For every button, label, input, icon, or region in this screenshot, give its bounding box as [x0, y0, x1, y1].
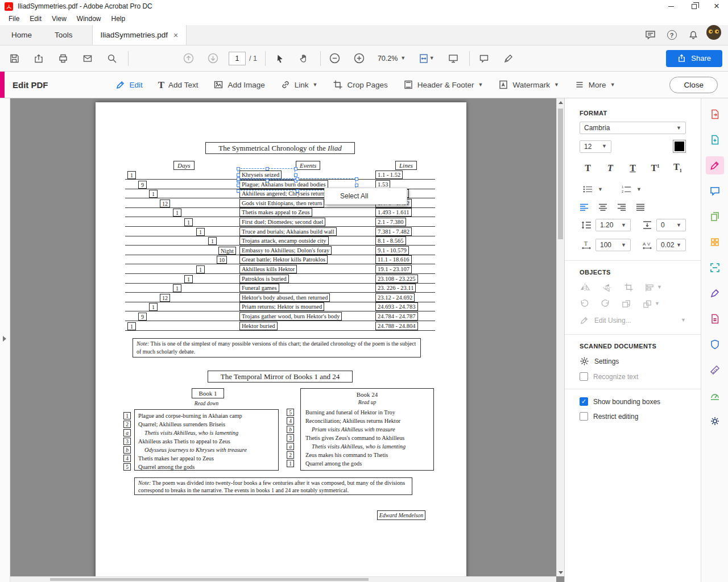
- event-cell[interactable]: Priam returns; Hektor is mourned: [239, 302, 324, 311]
- crop-object-icon[interactable]: [624, 282, 634, 292]
- rotate-left-icon[interactable]: [580, 299, 589, 309]
- redact-icon[interactable]: [706, 310, 724, 328]
- menu-edit[interactable]: Edit: [24, 14, 47, 24]
- previous-page-icon[interactable]: [180, 50, 197, 67]
- book-row[interactable]: 2Quarrel; Akhilleus surrenders Briseis: [135, 420, 278, 429]
- selection-handle[interactable]: [237, 184, 240, 187]
- protect-icon[interactable]: [706, 335, 724, 354]
- event-cell[interactable]: Trojans gather wood, burn Hektor's body: [239, 312, 342, 321]
- restore-button[interactable]: [682, 0, 705, 13]
- replace-image-icon[interactable]: [622, 299, 631, 309]
- print-icon[interactable]: [55, 50, 72, 67]
- menu-help[interactable]: Help: [106, 14, 131, 24]
- tab-tools[interactable]: Tools: [43, 25, 84, 45]
- lines-cell[interactable]: 2.1 - 7.380: [375, 218, 406, 226]
- lines-cell[interactable]: 8.1 - 8.565: [375, 236, 406, 245]
- tab-home[interactable]: Home: [0, 25, 43, 45]
- day-cell[interactable]: 1: [173, 284, 181, 292]
- font-color-swatch[interactable]: [673, 140, 686, 153]
- lines-cell[interactable]: 24.788 - 24.804: [375, 322, 418, 330]
- lines-cell[interactable]: 23.12 - 24.692: [375, 293, 415, 302]
- day-cell[interactable]: 1: [149, 190, 158, 198]
- book-row[interactable]: aThetis visits Akhilleus, who is lamenti…: [301, 442, 433, 451]
- event-cell[interactable]: Akhilleus angered; Chryseis returned: [239, 189, 333, 198]
- presentation-mode-icon[interactable]: [445, 50, 462, 67]
- avatar[interactable]: [706, 25, 721, 40]
- restrict-editing-row[interactable]: Restrict editing: [580, 412, 686, 421]
- book-row[interactable]: bOdysseus journeys to Khryses with treas…: [135, 446, 278, 454]
- selection-handle[interactable]: [355, 177, 358, 181]
- page-fit-dropdown[interactable]: ▼: [415, 50, 437, 67]
- day-cell[interactable]: 1: [149, 303, 158, 311]
- combine-files-icon[interactable]: [706, 207, 724, 226]
- header-footer-dropdown[interactable]: Header & Footer ▼: [403, 80, 483, 90]
- font-size-dropdown[interactable]: 12 ▼: [580, 140, 611, 153]
- export-pdf-icon[interactable]: [706, 105, 724, 123]
- selection-handle[interactable]: [237, 177, 240, 181]
- book-row[interactable]: 5Burning and funeral of Hektor in Troy: [301, 408, 433, 417]
- align-justify-button[interactable]: [636, 203, 645, 211]
- close-tab-icon[interactable]: ×: [173, 31, 178, 40]
- book-row[interactable]: 1Plague and corpse-burning in Akhaian ca…: [135, 411, 278, 420]
- page-number-input[interactable]: 1: [229, 52, 246, 65]
- book-row[interactable]: 4Reconciliation; Akhilleus returns Hekto…: [301, 417, 433, 425]
- menu-window[interactable]: Window: [72, 14, 106, 24]
- book1-header[interactable]: Book 1: [192, 388, 224, 398]
- optimize-pdf-icon[interactable]: [706, 386, 724, 405]
- lines-cell[interactable]: 24.693 - 24.783: [375, 302, 418, 311]
- comment-icon[interactable]: [475, 50, 493, 67]
- day-cell[interactable]: 1: [196, 228, 205, 236]
- mirror-note[interactable]: Note: The poem was divided into twenty-f…: [134, 477, 412, 495]
- edit-pdf-tool-icon[interactable]: [706, 156, 724, 174]
- lines-cell[interactable]: 23. 226 - 23.11: [375, 284, 416, 292]
- event-cell[interactable]: Patroklos is buried: [239, 275, 289, 283]
- next-page-icon[interactable]: [204, 50, 221, 67]
- close-edit-button[interactable]: Close: [669, 77, 718, 93]
- character-spacing-dropdown[interactable]: 0.02 ▼: [656, 239, 686, 251]
- font-family-dropdown[interactable]: Cambria ▼: [580, 122, 686, 134]
- line-spacing-dropdown[interactable]: 1.20 ▼: [595, 219, 631, 231]
- selection-handle[interactable]: [294, 167, 297, 171]
- event-cell[interactable]: Thetis makes appeal to Zeus: [239, 208, 312, 217]
- highlighter-icon[interactable]: [500, 50, 517, 67]
- selection-handle[interactable]: [296, 177, 299, 181]
- create-pdf-icon[interactable]: [706, 131, 724, 149]
- align-left-button[interactable]: [580, 203, 589, 211]
- print-production-icon[interactable]: [706, 412, 724, 430]
- bell-icon[interactable]: [682, 25, 704, 45]
- horizontal-scale-dropdown[interactable]: 100 ▼: [595, 239, 631, 251]
- selection-handle[interactable]: [296, 189, 299, 193]
- event-cell[interactable]: Akhilleus kills Hektor: [239, 265, 297, 273]
- more-dropdown[interactable]: More ▼: [574, 80, 615, 90]
- recognize-text-checkbox[interactable]: [580, 372, 588, 381]
- lines-cell[interactable]: 9.1 - 10.579: [375, 246, 409, 255]
- align-center-button[interactable]: [598, 203, 607, 211]
- scan-settings-button[interactable]: Settings: [580, 356, 686, 366]
- enhance-scans-icon[interactable]: [706, 259, 724, 277]
- selection-handle[interactable]: [237, 167, 240, 171]
- lines-cell[interactable]: 7.381 - 7.482: [375, 227, 412, 236]
- menu-view[interactable]: View: [47, 14, 72, 24]
- save-icon[interactable]: [6, 50, 23, 67]
- day-cell[interactable]: 1: [196, 265, 205, 273]
- bold-button[interactable]: T: [580, 161, 596, 176]
- zoom-out-icon[interactable]: [326, 50, 344, 67]
- book-row[interactable]: 5Quarrel among the gods: [135, 463, 278, 471]
- day-cell[interactable]: 10: [217, 256, 227, 264]
- add-image-button[interactable]: Add Image: [213, 80, 264, 90]
- arrange-objects-dropdown[interactable]: ▼: [643, 300, 660, 309]
- event-cell[interactable]: First duel; Diomedes; second duel: [239, 218, 325, 226]
- vertical-scroll-thumb[interactable]: [558, 109, 563, 239]
- show-bounding-checkbox[interactable]: ✓: [580, 397, 588, 406]
- book-row[interactable]: 2Zeus makes his command to Thetis: [301, 451, 433, 459]
- edit-tool-button[interactable]: Edit: [115, 80, 143, 90]
- book-row[interactable]: 3Thetis gives Zeus's command to Akhilleu…: [301, 434, 433, 442]
- italic-button[interactable]: T: [602, 161, 619, 176]
- event-cell[interactable]: Funeral games: [239, 284, 279, 292]
- email-icon[interactable]: [79, 50, 96, 67]
- horizontal-scroll-thumb[interactable]: [50, 578, 369, 581]
- day-cell[interactable]: Night: [218, 247, 236, 255]
- event-cell[interactable]: Truce and burials; Akhaians build wall: [239, 227, 337, 236]
- day-cell[interactable]: 9: [138, 313, 147, 321]
- lines-cell[interactable]: 24.784 - 24.787: [375, 312, 418, 321]
